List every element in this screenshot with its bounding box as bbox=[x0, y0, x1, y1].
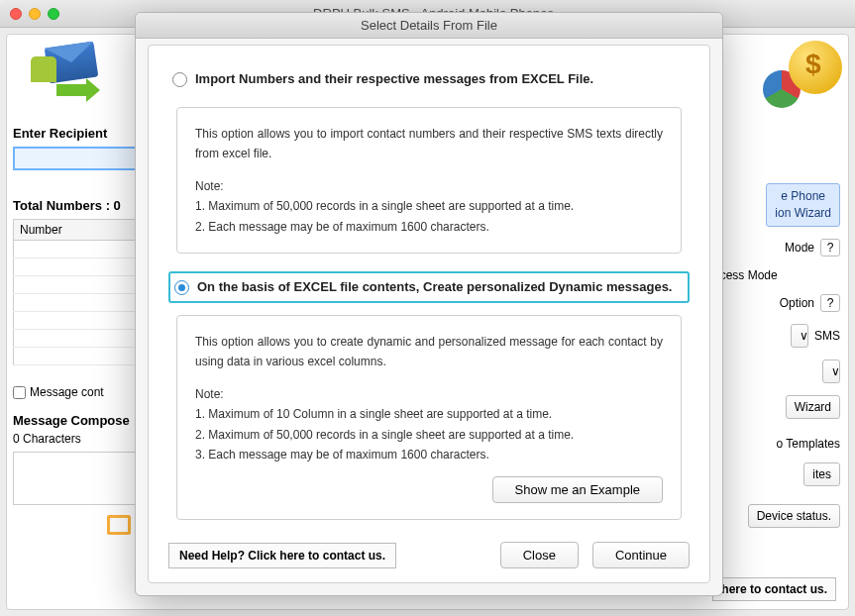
sms-dropdown[interactable]: ∨ bbox=[791, 324, 808, 348]
left-panel: Enter Recipient Total Numbers : 0 Number… bbox=[13, 126, 142, 535]
select-details-modal: Select Details From File Import Numbers … bbox=[135, 12, 723, 596]
option-dynamic-messages-label: On the basis of EXCEL file contents, Cre… bbox=[197, 279, 672, 294]
message-contains-label: Message cont bbox=[30, 385, 104, 399]
opt1-note-heading: Note: bbox=[195, 176, 663, 196]
opt1-note-1: 1. Maximum of 50,000 records in a single… bbox=[195, 196, 663, 216]
opt2-note-1: 1. Maximum of 10 Column in a single shee… bbox=[195, 404, 663, 424]
templates-label: o Templates bbox=[777, 437, 840, 451]
opt1-desc-text: This option allows you to import contact… bbox=[195, 124, 663, 164]
close-window-icon[interactable] bbox=[10, 8, 22, 20]
option-dynamic-messages[interactable]: On the basis of EXCEL file contents, Cre… bbox=[168, 271, 690, 303]
parent-help-link[interactable]: here to contact us. bbox=[712, 577, 836, 601]
opt2-desc-text: This option allows you to create dynamic… bbox=[195, 332, 663, 372]
modal-footer: Need Help? Click here to contact us. Clo… bbox=[168, 542, 690, 568]
opt2-note-2: 2. Maximum of 50,000 records in a single… bbox=[195, 425, 663, 445]
coin-icon bbox=[789, 41, 842, 94]
message-contains-checkbox[interactable]: Message cont bbox=[13, 385, 142, 399]
app-logo bbox=[25, 43, 104, 102]
total-numbers-label: Total Numbers : 0 bbox=[13, 198, 142, 213]
option-import-excel-label: Import Numbers and their respective mess… bbox=[195, 71, 593, 86]
char-count: 0 Characters bbox=[13, 432, 142, 446]
continue-button[interactable]: Continue bbox=[592, 542, 690, 568]
opt1-note-2: 2. Each message may be of maximum 1600 c… bbox=[195, 217, 663, 237]
sms-label: SMS bbox=[814, 329, 840, 343]
revenue-icon bbox=[763, 41, 842, 110]
message-contains-input[interactable] bbox=[13, 386, 26, 399]
device-status-button[interactable]: Device status. bbox=[748, 504, 840, 528]
small-dropdown[interactable]: ∨ bbox=[822, 359, 840, 383]
radio-dynamic-messages[interactable] bbox=[174, 280, 189, 295]
opt2-note-heading: Note: bbox=[195, 384, 663, 404]
recipient-label: Enter Recipient bbox=[13, 126, 142, 141]
mode-help-button[interactable]: ? bbox=[820, 239, 840, 257]
option-help-button[interactable]: ? bbox=[820, 294, 840, 312]
option-import-excel[interactable]: Import Numbers and their respective mess… bbox=[168, 63, 690, 95]
android-icon bbox=[31, 56, 56, 82]
templates-button[interactable]: ites bbox=[803, 462, 840, 486]
show-example-button[interactable]: Show me an Example bbox=[492, 476, 663, 503]
modal-help-link[interactable]: Need Help? Click here to contact us. bbox=[168, 543, 396, 568]
mode-label: Mode bbox=[785, 241, 814, 255]
mail-tool-icon[interactable] bbox=[107, 515, 131, 535]
option-dynamic-messages-description: This option allows you to create dynamic… bbox=[176, 315, 682, 520]
phone-wizard-button[interactable]: e Phone ion Wizard bbox=[766, 183, 840, 227]
option-label: Option bbox=[780, 296, 814, 310]
radio-import-excel[interactable] bbox=[172, 72, 187, 87]
close-button[interactable]: Close bbox=[500, 542, 579, 568]
modal-title: Select Details From File bbox=[136, 13, 722, 39]
message-composer-label: Message Compose bbox=[13, 413, 142, 428]
arrow-right-icon bbox=[56, 84, 88, 96]
modal-body: Import Numbers and their respective mess… bbox=[148, 45, 710, 583]
opt2-note-3: 3. Each message may be of maximum 1600 c… bbox=[195, 445, 663, 464]
wizard-button[interactable]: Wizard bbox=[786, 395, 840, 419]
option-import-excel-description: This option allows you to import contact… bbox=[176, 107, 682, 254]
